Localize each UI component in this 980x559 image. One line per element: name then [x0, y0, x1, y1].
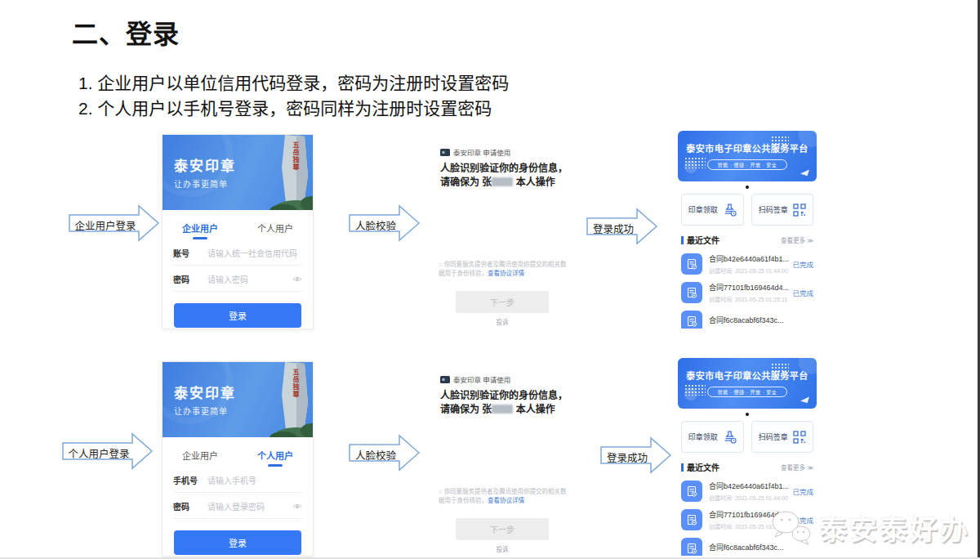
face-verify-heading: 人脸识别验证你的身份信息， 请确保为 张 本人操作 — [440, 389, 568, 417]
next-step-button[interactable]: 下一步 — [456, 518, 549, 540]
section-bar — [681, 236, 684, 244]
phone-field-row: 手机号 请输入手机号 — [173, 467, 302, 493]
seal-collect-card[interactable]: 印章领取 — [681, 421, 744, 453]
requesting-app: 泰安印章 申请使用 — [440, 374, 510, 384]
agreement-text: 据用于身份核验， — [439, 497, 488, 504]
watermark-text: 泰安泰好办 — [819, 508, 970, 548]
complaint-link[interactable]: 投诉 — [425, 544, 580, 553]
arrow-label: 个人用户登录 — [65, 445, 132, 461]
next-step-button[interactable]: 下一步 — [456, 291, 549, 313]
tab-underline — [193, 237, 207, 239]
mountain-photo: 五岳独尊 — [254, 135, 313, 210]
complaint-link[interactable]: 投诉 — [425, 317, 580, 326]
file-name: 合同b42e6440a61f4b1... — [709, 253, 789, 264]
password-input[interactable]: 请输入密码 — [207, 273, 292, 285]
password-input[interactable]: 请输入登录密码 — [207, 500, 292, 512]
view-more-link[interactable]: 查看更多 ≫ — [781, 235, 813, 244]
app-slogan: 让办事更简单 — [174, 405, 228, 417]
agreement-detail-link[interactable]: 查看协议详情 — [488, 497, 524, 504]
eye-icon[interactable] — [292, 503, 302, 510]
status-badge: 已完成 — [792, 288, 813, 297]
flow-arrow-login-success: 登录成功 — [586, 208, 658, 245]
platform-title: 泰安市电子印章公共服务平台 — [678, 369, 817, 382]
section-bar — [681, 463, 684, 472]
name-prefix: 请确保为 张 — [440, 404, 492, 415]
quick-actions: 印章领取 扫码签章 — [681, 194, 813, 226]
redacted-name — [492, 405, 513, 414]
account-input[interactable]: 请输入统一社会信用代码 — [207, 247, 302, 259]
file-created-time: 创建时间: 2021-05-25 01:44:00 — [709, 494, 789, 502]
file-list-item[interactable]: 合同77101fb169464d4... 创建时间: 2021-05-25 01… — [681, 282, 813, 303]
file-created-time: 创建时间: 2021-05-25 01:44:00 — [709, 266, 789, 275]
heading-line: 请确保为 张 本人操作 — [440, 403, 568, 417]
requesting-app-label: 泰安印章 申请使用 — [453, 374, 510, 384]
recent-files-header: 最近文件 查看更多 ≫ — [681, 461, 813, 473]
field-label: 密码 — [173, 500, 207, 512]
section-title: 最近文件 — [687, 234, 781, 246]
file-list-item[interactable]: 合同b42e6440a61f4b1... 创建时间: 2021-05-25 01… — [681, 253, 813, 275]
arrow-label: 人脸校验 — [351, 447, 400, 463]
scan-sign-card[interactable]: 扫码签章 — [751, 421, 814, 453]
tab-enterprise-user[interactable]: 企业用户 — [163, 444, 238, 467]
flow-arrow-enterprise-login: 企业用户登录 — [69, 204, 160, 242]
banner-decoration — [684, 387, 697, 400]
agreement-detail-link[interactable]: 查看协议详情 — [488, 270, 524, 277]
view-more-link[interactable]: 查看更多 ≫ — [781, 463, 813, 472]
recent-files-header: 最近文件 查看更多 ≫ — [681, 234, 813, 246]
flow-arrow-personal-login: 个人用户登录 — [62, 432, 154, 470]
section-title: 最近文件 — [687, 461, 781, 473]
platform-banner: 泰安市电子印章公共服务平台 智能 · 便捷 · 开放 · 安全 — [678, 358, 817, 409]
carousel-dot — [746, 413, 749, 416]
card-label: 印章领取 — [688, 204, 718, 215]
requesting-app-label: 泰安印章 申请使用 — [453, 147, 510, 157]
contract-doc-icon — [681, 538, 702, 556]
name-suffix: 本人操作 — [513, 177, 555, 188]
qr-code-icon — [793, 203, 806, 217]
requesting-app: 泰安印章 申请使用 — [440, 147, 510, 157]
face-verify-heading: 人脸识别验证你的身份信息， 请确保为 张 本人操作 — [440, 162, 568, 190]
card-label: 扫码签章 — [759, 432, 788, 442]
app-logo-icon — [440, 149, 450, 156]
app-name: 泰安印章 — [174, 382, 236, 402]
tab-personal-user[interactable]: 个人用户 — [238, 217, 313, 239]
redacted-name — [492, 177, 513, 186]
tab-underline — [268, 237, 283, 239]
arrow-label: 人脸校验 — [351, 217, 400, 233]
arrow-label: 登录成功 — [603, 449, 652, 465]
tab-underline — [193, 464, 207, 467]
login-button[interactable]: 登录 — [174, 530, 301, 555]
login-tabs: 企业用户 个人用户 — [163, 444, 313, 467]
heading-line: 人脸识别验证你的身份信息， — [440, 389, 568, 403]
scan-sign-card[interactable]: 扫码签章 — [751, 194, 814, 226]
mountain-icon — [254, 362, 313, 437]
mountain-icon — [254, 135, 313, 210]
app-slogan: 让办事更简单 — [174, 177, 228, 190]
qr-code-icon — [793, 431, 806, 444]
arrow-label: 企业用户登录 — [72, 217, 139, 233]
screenshot-login-enterprise: 泰安印章 让办事更简单 五岳独尊 企业用户 个人用户 账号 请输入统一社会信用代… — [162, 134, 314, 329]
seal-collect-card[interactable]: 印章领取 — [681, 194, 744, 226]
instruction-line: 1. 企业用户以单位信用代码登录，密码为注册时设置密码 — [78, 70, 509, 96]
agreement-text: 你同意服务提供者及腾讯使用你提交的相关数 — [444, 488, 567, 495]
page-title: 二、登录 — [72, 13, 180, 51]
field-label: 手机号 — [173, 474, 207, 486]
tab-label: 企业用户 — [182, 224, 218, 234]
phone-input[interactable]: 请输入手机号 — [207, 474, 302, 486]
radio-circle-icon[interactable]: ○ — [439, 261, 443, 268]
card-label: 印章领取 — [688, 432, 718, 442]
instruction-list: 1. 企业用户以单位信用代码登录，密码为注册时设置密码 2. 个人用户以手机号登… — [78, 70, 509, 121]
eye-icon[interactable] — [292, 275, 302, 283]
tab-enterprise-user[interactable]: 企业用户 — [163, 217, 238, 239]
radio-circle-icon[interactable]: ○ — [439, 488, 443, 495]
tab-label: 个人用户 — [257, 224, 293, 234]
mountain-photo: 五岳独尊 — [254, 362, 313, 437]
banner-decoration — [684, 160, 697, 173]
file-list-item[interactable]: 合同f6c8acabf6f343c... — [681, 311, 813, 329]
login-button[interactable]: 登录 — [174, 303, 301, 328]
screenshot-home: 泰安市电子印章公共服务平台 智能 · 便捷 · 开放 · 安全 印章领取 扫码签… — [675, 129, 820, 329]
file-list-item[interactable]: 合同b42e6440a61f4b1... 创建时间: 2021-05-25 01… — [681, 481, 813, 502]
tab-personal-user[interactable]: 个人用户 — [238, 444, 313, 467]
instruction-line: 2. 个人用户以手机号登录，密码同样为注册时设置密码 — [78, 96, 509, 121]
field-label: 密码 — [173, 273, 207, 285]
mountain-inscription: 五岳独尊 — [291, 369, 300, 398]
